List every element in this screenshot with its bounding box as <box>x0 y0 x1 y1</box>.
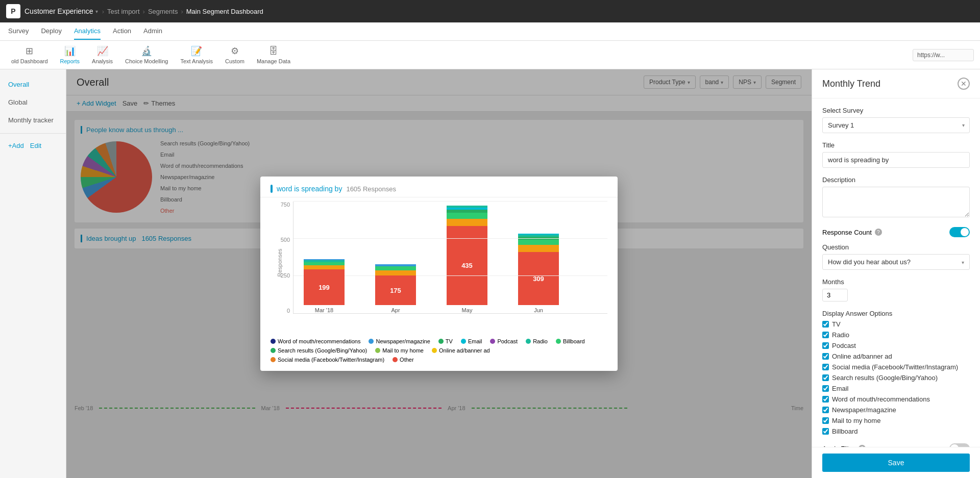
description-label: Description <box>822 176 970 184</box>
breadcrumb-test-import[interactable]: Test import <box>107 8 140 15</box>
description-group: Description <box>822 176 970 219</box>
option-online-ad: Online ad/banner ad <box>822 353 970 360</box>
survey-select[interactable]: Survey 1 ▾ <box>822 117 970 133</box>
app-name[interactable]: Customer Experience ▾ <box>24 7 98 15</box>
checkbox-radio[interactable] <box>822 332 829 338</box>
option-word-of-mouth: Word of mouth/recommendations <box>822 395 970 403</box>
toolbar-dashboard[interactable]: ⊞ old Dashboard <box>6 43 53 66</box>
gridline-2 <box>293 238 607 239</box>
y-axis-label: Responses <box>277 248 283 276</box>
legend-dot <box>369 339 374 344</box>
bar-apr: 175 <box>375 264 416 305</box>
bar-label-apr: Apr <box>391 307 400 313</box>
nav-action[interactable]: Action <box>113 23 131 40</box>
blue-bar-icon <box>271 185 273 193</box>
choice-icon: 🔬 <box>141 45 152 57</box>
toolbar-managedata[interactable]: 🗄 Manage Data <box>252 44 296 66</box>
close-button[interactable]: ✕ <box>958 78 970 90</box>
legend-dot <box>271 339 276 344</box>
edit-action[interactable]: Edit <box>30 142 41 149</box>
gridline-3 <box>293 201 607 202</box>
apply-filter-toggle[interactable] <box>949 443 970 447</box>
reports-icon: 📊 <box>64 45 76 57</box>
nav-survey[interactable]: Survey <box>8 23 29 40</box>
toolbar-choice[interactable]: 🔬 Choice Modelling <box>120 43 173 66</box>
checkbox-online-ad[interactable] <box>822 353 829 360</box>
option-email: Email <box>822 385 970 392</box>
topbar: P Customer Experience ▾ › Test import › … <box>0 0 980 22</box>
legend-dot <box>393 357 398 362</box>
breadcrumb-current: Main Segment Dashboard <box>186 8 263 15</box>
legend-item: Other <box>393 357 414 363</box>
toolbar-custom[interactable]: ⚙ Custom <box>220 43 250 66</box>
modal-responses: 1605 Responses <box>346 185 396 193</box>
checkbox-social-media[interactable] <box>822 364 829 370</box>
toolbar-reports[interactable]: 📊 Reports <box>55 43 85 66</box>
chart-legend: Word of mouth/recommendations Newspaper/… <box>271 334 607 367</box>
toolbar-text[interactable]: 📝 Text Analysis <box>175 43 218 66</box>
bar-segment <box>518 245 559 252</box>
question-select[interactable]: How did you hear about us? ▾ <box>822 254 970 270</box>
legend-item: Word of mouth/recommendations <box>271 338 360 344</box>
bar-segment <box>304 265 345 269</box>
option-newspaper: Newspaper/magazine <box>822 406 970 414</box>
legend-item: Mail to my home <box>375 347 424 354</box>
bar-segment <box>447 213 487 219</box>
checkbox-tv[interactable] <box>822 321 829 328</box>
modal-overlay[interactable]: word is spreading by 1605 Responses 750 … <box>66 69 812 478</box>
checkbox-search[interactable] <box>822 374 829 381</box>
checkbox-word-of-mouth[interactable] <box>822 396 829 402</box>
analysis-icon: 📈 <box>97 45 108 57</box>
bar-label-mar: Mar '18 <box>315 307 333 313</box>
checkbox-billboard[interactable] <box>822 428 829 435</box>
checkbox-newspaper[interactable] <box>822 407 829 413</box>
sidebar-item-monthly[interactable]: Monthly tracker <box>0 111 66 129</box>
nav-deploy[interactable]: Deploy <box>41 23 61 40</box>
legend-item: Podcast <box>490 338 518 344</box>
checkbox-podcast[interactable] <box>822 342 829 349</box>
bar-group-mar: 199 Mar '18 <box>304 259 345 313</box>
text-icon: 📝 <box>191 45 202 57</box>
months-group: Months <box>822 278 970 301</box>
legend-item: Search results (Google/Bing/Yahoo) <box>271 347 367 354</box>
secondary-nav: Survey Deploy Analytics Action Admin <box>0 22 980 41</box>
bars-container: 199 Mar '18 <box>293 202 607 314</box>
toolbar-analysis[interactable]: 📈 Analysis <box>87 43 118 66</box>
description-textarea[interactable] <box>822 187 970 217</box>
right-panel-footer: Save <box>812 447 980 478</box>
nav-admin[interactable]: Admin <box>143 23 162 40</box>
nav-analytics[interactable]: Analytics <box>74 23 101 40</box>
legend-item: Billboard <box>556 338 585 344</box>
modal-title: word is spreading by <box>277 185 342 193</box>
response-count-toggle[interactable] <box>949 227 970 237</box>
add-action[interactable]: +Add <box>8 142 24 149</box>
modal-body: 750 500 250 0 Responses <box>260 202 618 371</box>
bar-jun: 309 <box>518 234 559 305</box>
bar-mar: 199 <box>304 259 345 305</box>
bar-segment: 309 <box>518 252 559 305</box>
sidebar-item-global[interactable]: Global <box>0 93 66 111</box>
select-survey-group: Select Survey Survey 1 ▾ <box>822 107 970 133</box>
title-label: Title <box>822 141 970 149</box>
question-group: Question How did you hear about us? ▾ <box>822 243 970 270</box>
checkbox-mail[interactable] <box>822 417 829 424</box>
legend-dot <box>556 339 561 344</box>
legend-dot <box>461 339 466 344</box>
bar-segment <box>375 266 416 270</box>
breadcrumb-segments[interactable]: Segments <box>148 8 178 15</box>
sidebar-item-overall[interactable]: Overall <box>0 76 66 93</box>
sidebar: Overall Global Monthly tracker +Add Edit <box>0 69 66 478</box>
managedata-icon: 🗄 <box>269 46 278 57</box>
panel-save-button[interactable]: Save <box>822 454 970 472</box>
question-select-wrapper: How did you hear about us? ▾ <box>822 254 970 270</box>
checkbox-email[interactable] <box>822 385 829 392</box>
months-input[interactable] <box>822 289 848 301</box>
sidebar-divider <box>0 133 66 134</box>
legend-dot <box>271 357 276 362</box>
main-layout: Overall Global Monthly tracker +Add Edit… <box>0 69 980 478</box>
bar-segment <box>518 240 559 245</box>
apply-filter-group: Apply Filter ? <box>822 443 970 447</box>
response-count-help-icon[interactable]: ? <box>875 229 882 236</box>
title-input[interactable] <box>822 152 970 168</box>
select-survey-label: Select Survey <box>822 107 970 114</box>
